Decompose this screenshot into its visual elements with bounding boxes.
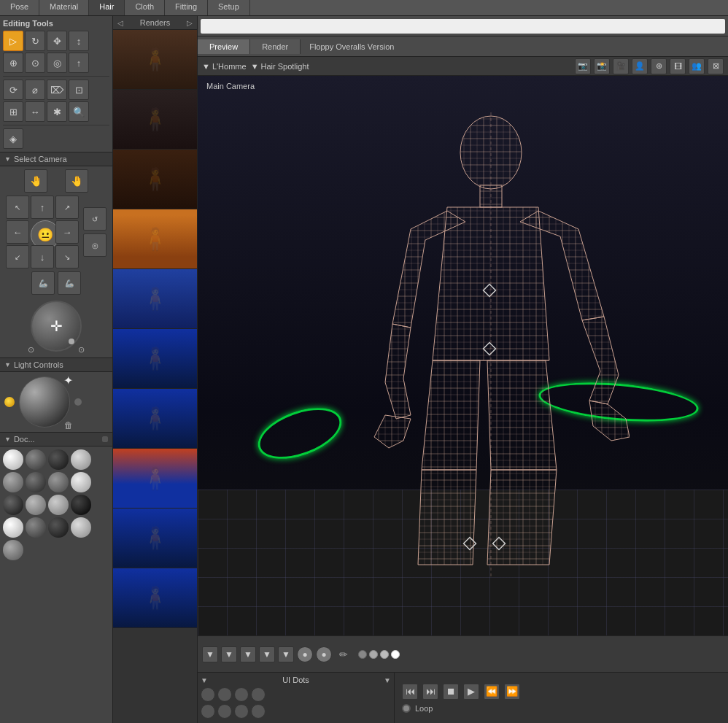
playback-circle-1[interactable]: ● [297, 646, 313, 662]
expand-icon[interactable]: ⊠ [708, 58, 724, 74]
render-thumb-5[interactable]: 🧍 [113, 269, 197, 329]
ui-dot-7[interactable] [234, 704, 249, 719]
playback-menu-3[interactable]: ▼ [240, 646, 256, 662]
doc-sphere-8[interactable] [71, 472, 91, 492]
camera-sphere[interactable]: ✛ [31, 301, 82, 352]
ui-dot-4[interactable] [251, 687, 266, 702]
anim-btn-stop[interactable]: ⏹ [443, 684, 459, 700]
light-small-dot[interactable] [74, 398, 82, 406]
render-thumb-7[interactable]: 🧍 [113, 389, 197, 449]
tab-setup[interactable]: Setup [208, 0, 250, 15]
doc-sphere-5[interactable] [3, 472, 23, 492]
doc-sphere-2[interactable] [26, 449, 46, 470]
tab-hair[interactable]: Hair [89, 0, 125, 15]
light-yellow-dot[interactable] [4, 397, 15, 407]
camera-nav-b[interactable]: ↓ [31, 245, 54, 268]
person-icon[interactable]: 👤 [632, 58, 648, 74]
camera-left-hand-icon[interactable]: 🤚 [24, 169, 47, 193]
anim-btn-play[interactable]: ▶ [463, 684, 479, 700]
render-thumb-3[interactable]: 🧍 [113, 150, 197, 209]
tool-mirror[interactable]: ↔ [25, 101, 45, 122]
camera-icon-2[interactable]: 📸 [594, 58, 610, 74]
tool-move[interactable]: ✥ [47, 31, 67, 51]
scene-dropdown[interactable]: ▼ L'Homme [202, 62, 247, 71]
ui-dot-2[interactable] [217, 687, 232, 702]
tool-rotate2[interactable]: ⟳ [3, 80, 23, 100]
renders-left-arrow[interactable]: ◁ [117, 19, 123, 27]
tool-search[interactable]: 🔍 [69, 101, 89, 122]
doc-sphere-9[interactable] [3, 495, 23, 515]
camera-nav-bl[interactable]: ↙ [6, 245, 29, 268]
ui-dot-1[interactable] [201, 687, 215, 702]
tool-target[interactable]: ◎ [47, 53, 67, 73]
camera-right-hand-icon[interactable]: 🤚 [65, 169, 88, 193]
doc-sphere-4[interactable] [71, 449, 91, 470]
camera-icon-3[interactable]: 🎥 [613, 58, 629, 74]
doc-sphere-6[interactable] [26, 472, 46, 492]
render-thumb-6[interactable]: 🧍 [113, 329, 197, 389]
doc-sphere-7[interactable] [48, 472, 69, 492]
light-controls-header[interactable]: ▼ Light Controls [0, 358, 112, 372]
camera-nav-br[interactable]: ↘ [55, 245, 79, 268]
doc-sphere-3[interactable] [48, 449, 69, 470]
doc-sphere-11[interactable] [48, 495, 69, 515]
tool-diameter[interactable]: ⌀ [25, 80, 45, 100]
anim-btn-rewind[interactable]: ⏮ [402, 684, 418, 700]
tool-star[interactable]: ✱ [47, 101, 67, 122]
select-camera-header[interactable]: ▼ Select Camera [0, 152, 112, 166]
light-trash-icon[interactable]: 🗑 [64, 420, 73, 430]
render-thumb-2[interactable]: 🧍 [113, 90, 197, 150]
doc-sphere-10[interactable] [26, 495, 46, 515]
tool-box[interactable]: ⊡ [69, 80, 89, 100]
render-thumb-8[interactable]: 🧍 [113, 449, 197, 509]
camera-arm-left[interactable]: 🦾 [31, 271, 55, 295]
ui-dot-8[interactable] [251, 704, 266, 719]
tool-up[interactable]: ↑ [69, 53, 89, 73]
tab-preview[interactable]: Preview [198, 39, 250, 54]
tool-rotate[interactable]: ↻ [25, 31, 45, 51]
renders-right-arrow[interactable]: ▷ [187, 19, 193, 27]
viewport[interactable]: Main Camera [198, 76, 728, 635]
render-thumb-4[interactable]: 🧍 [113, 209, 197, 269]
group-icon[interactable]: 👥 [689, 58, 705, 74]
film-icon[interactable]: 🎞 [670, 58, 686, 74]
camera-nav-tr[interactable]: ↗ [55, 196, 79, 219]
ui-dots-select[interactable]: ▼ [384, 676, 391, 684]
ui-dot-3[interactable] [234, 687, 249, 702]
tool-extra1[interactable]: ◈ [3, 128, 23, 149]
loop-dot[interactable] [402, 704, 411, 713]
circle-icon[interactable]: ⊕ [651, 58, 667, 74]
camera-nav-r[interactable]: → [55, 220, 79, 244]
render-thumb-10[interactable]: 🧍 [113, 568, 197, 628]
doc-sphere-16[interactable] [71, 517, 91, 538]
doc-sphere-12[interactable] [71, 495, 91, 515]
render-thumb-9[interactable]: 🧍 [113, 509, 197, 568]
camera-left-icon[interactable]: ⊙ [28, 345, 34, 355]
playback-menu-5[interactable]: ▼ [278, 646, 294, 662]
tab-fitting[interactable]: Fitting [165, 0, 208, 15]
tab-material[interactable]: Material [39, 0, 89, 15]
anim-btn-fast-fwd[interactable]: ⏭ [422, 684, 438, 700]
camera-nav-tl[interactable]: ↖ [6, 196, 29, 219]
camera-rotate-icon[interactable]: ↺ [83, 207, 107, 231]
doc-sphere-15[interactable] [48, 517, 69, 538]
doc-sphere-14[interactable] [26, 517, 46, 538]
tool-scale[interactable]: ↕ [69, 31, 89, 51]
doc-sphere-17[interactable] [3, 540, 23, 560]
hair-dropdown[interactable]: ▼ Hair Spotlight [251, 62, 309, 71]
ui-dot-6[interactable] [217, 704, 232, 719]
search-bar[interactable] [201, 19, 725, 34]
doc-sphere-13[interactable] [3, 517, 23, 538]
camera-arm-right[interactable]: 🦾 [58, 271, 81, 295]
playback-menu-1[interactable]: ▼ [202, 646, 218, 662]
doc-section-header[interactable]: ▼ Doc... [0, 433, 112, 446]
camera-right-icon[interactable]: ⊙ [78, 345, 85, 355]
tool-delete[interactable]: ⌦ [47, 80, 67, 100]
playback-circle-2[interactable]: ● [316, 646, 332, 662]
playback-menu-2[interactable]: ▼ [221, 646, 237, 662]
doc-scroll-btn[interactable] [102, 436, 108, 442]
tab-pose[interactable]: Pose [0, 0, 39, 15]
tool-grab[interactable]: ⊙ [25, 53, 45, 73]
render-thumb-1[interactable]: 🧍 [113, 30, 197, 90]
tab-cloth[interactable]: Cloth [125, 0, 165, 15]
